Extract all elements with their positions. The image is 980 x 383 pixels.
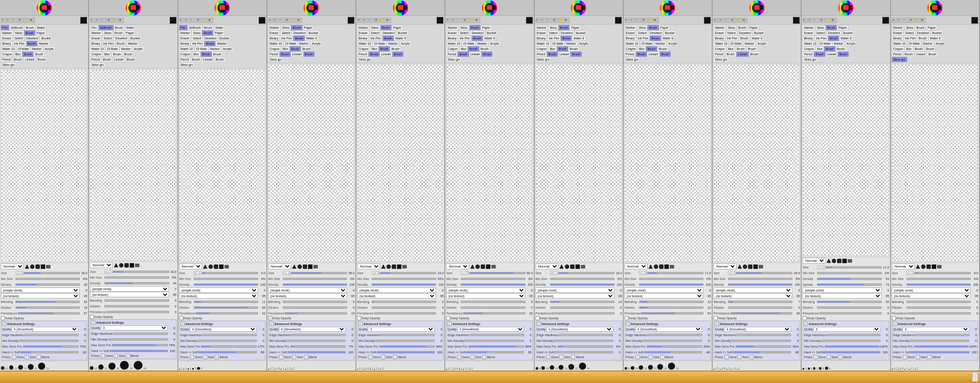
press-size-check[interactable] bbox=[471, 355, 475, 359]
shape-full[interactable] bbox=[397, 264, 401, 269]
shape-full[interactable] bbox=[575, 264, 580, 269]
hand-icon[interactable]: ✋ bbox=[737, 18, 742, 23]
size-dot[interactable] bbox=[90, 366, 93, 370]
tool-inkpen[interactable]: Ink Pen bbox=[547, 36, 560, 41]
brush-circle-select[interactable]: (simple circle) bbox=[1, 287, 80, 293]
tool-marker[interactable]: Marker bbox=[1, 31, 13, 35]
tool-blur[interactable]: Blur bbox=[370, 46, 378, 51]
size-multiplier[interactable]: x1.0 bbox=[372, 271, 379, 275]
size-slider[interactable] bbox=[113, 271, 169, 273]
mode-select-7[interactable]: Normal Multiply Screen bbox=[536, 264, 559, 269]
color-swatch[interactable] bbox=[971, 17, 978, 24]
shape-full[interactable] bbox=[41, 264, 45, 269]
mindensity-slider[interactable] bbox=[464, 340, 524, 342]
tool-brush3[interactable]: Brush bbox=[27, 41, 37, 46]
tool-crayon[interactable]: Crayon bbox=[803, 46, 815, 51]
tool-crayon[interactable]: Crayon bbox=[90, 52, 103, 57]
size-dot[interactable] bbox=[192, 368, 194, 370]
tool-eraser[interactable]: Eraser bbox=[714, 31, 725, 35]
tool-eraser[interactable]: Eraser bbox=[179, 36, 191, 41]
tool-binary[interactable]: Binary bbox=[268, 36, 280, 41]
edgehardness-slider[interactable] bbox=[648, 334, 702, 336]
tool-airbrush[interactable]: AirBrush bbox=[9, 25, 24, 30]
rotate-icon[interactable]: ↺ bbox=[463, 18, 469, 23]
press-dens-check[interactable] bbox=[457, 355, 461, 359]
size-dot[interactable] bbox=[819, 367, 822, 370]
size-slider[interactable] bbox=[826, 266, 882, 268]
tool-lineart[interactable]: Lineart bbox=[469, 52, 481, 57]
zoom-out-icon[interactable]: - bbox=[725, 18, 730, 23]
edgehardness-slider[interactable] bbox=[202, 334, 257, 336]
brush-texture-select[interactable]: (no texture) bbox=[803, 293, 881, 299]
size-dot[interactable] bbox=[120, 361, 129, 370]
tool-paper[interactable]: Paper bbox=[35, 31, 46, 35]
tool-brush3[interactable]: Brush bbox=[204, 41, 215, 46]
tool-marker[interactable]: Marker bbox=[803, 25, 815, 30]
size-dot[interactable] bbox=[9, 365, 14, 370]
dilution-slider[interactable] bbox=[461, 306, 525, 309]
zoom-out-icon[interactable]: - bbox=[814, 18, 819, 23]
tool-brush2[interactable]: Brush bbox=[293, 36, 304, 41]
shape-full[interactable] bbox=[932, 264, 936, 269]
tool-crayon[interactable]: Crayon bbox=[179, 52, 192, 57]
tool-marker3[interactable]: Marker bbox=[120, 46, 132, 51]
tool-brush5[interactable]: Brush bbox=[814, 52, 825, 57]
move-icon[interactable]: ⊹ bbox=[268, 18, 274, 23]
edgehardness-slider[interactable] bbox=[113, 333, 168, 335]
tool-brush4[interactable]: Brush bbox=[112, 52, 122, 57]
dilution-slider[interactable] bbox=[639, 306, 703, 309]
tool-brush3[interactable]: Brush bbox=[379, 46, 390, 51]
tool-inkpen[interactable]: Ink Pen bbox=[904, 36, 917, 41]
persistence-slider[interactable] bbox=[908, 312, 971, 314]
hardsoft-slider[interactable] bbox=[733, 351, 791, 353]
brush-texture-select[interactable]: (no texture) bbox=[714, 293, 792, 299]
tool-water9[interactable]: Water 9 bbox=[394, 36, 407, 41]
zoom-in-icon[interactable]: + bbox=[96, 18, 101, 23]
press-blend-check[interactable] bbox=[927, 355, 931, 359]
tool-deselect[interactable]: Deselect bbox=[648, 31, 663, 35]
shape-sq[interactable] bbox=[748, 264, 752, 269]
tool-brush6[interactable]: Brush bbox=[393, 52, 403, 57]
tool-bucket[interactable]: Bucket bbox=[931, 31, 943, 35]
tool-brush5[interactable]: Brush bbox=[636, 52, 647, 57]
eyedrop-icon[interactable]: ⊘ bbox=[208, 18, 213, 23]
hardsoft-slider[interactable] bbox=[644, 351, 702, 353]
size-dot[interactable] bbox=[285, 369, 286, 370]
tool-marker2[interactable]: Marker bbox=[38, 41, 50, 46]
tool-marker[interactable]: Marker bbox=[892, 25, 904, 30]
edgehardness-slider[interactable] bbox=[470, 334, 524, 336]
keep-opacity-check[interactable] bbox=[625, 316, 629, 320]
brush-texture-select[interactable]: (no texture) bbox=[536, 293, 614, 299]
tool-eraser[interactable]: Eraser bbox=[357, 31, 369, 35]
quality-select[interactable]: 4 (Smoothest) bbox=[12, 327, 78, 332]
tool-marker2[interactable]: Marker bbox=[216, 41, 228, 46]
mindensity-slider[interactable] bbox=[197, 340, 257, 342]
quality-select[interactable]: 4 (Smoothest) bbox=[546, 327, 613, 332]
tool-select[interactable]: Select bbox=[191, 36, 202, 41]
tool-brush6[interactable]: Brush bbox=[571, 52, 581, 57]
density-slider[interactable] bbox=[907, 283, 971, 286]
press-blend-check[interactable] bbox=[571, 355, 575, 359]
tool-brush[interactable]: Brush bbox=[114, 25, 124, 30]
size-dot[interactable] bbox=[459, 369, 460, 370]
tool-brush6[interactable]: Brush bbox=[304, 52, 314, 57]
shape-half[interactable] bbox=[135, 264, 139, 267]
blending-slider[interactable] bbox=[283, 301, 347, 303]
tool-marker[interactable]: Marker bbox=[714, 25, 726, 30]
tool-lineart[interactable]: Lineart bbox=[113, 57, 125, 62]
adv-check[interactable] bbox=[2, 322, 6, 326]
size-multiplier[interactable]: x1.0 bbox=[461, 271, 468, 275]
tool-acrylic[interactable]: Acrylic bbox=[667, 41, 679, 46]
shape-half[interactable] bbox=[937, 265, 941, 268]
size-dot[interactable] bbox=[668, 363, 675, 370]
press-blend-check[interactable] bbox=[215, 355, 219, 359]
adv-check[interactable] bbox=[893, 322, 897, 326]
tool-binary[interactable]: Binary bbox=[446, 36, 458, 41]
size-dot[interactable] bbox=[380, 369, 381, 370]
maxdens-slider[interactable] bbox=[112, 344, 167, 346]
zoom-in-icon[interactable]: + bbox=[452, 18, 457, 23]
tool-crayon[interactable]: Crayon bbox=[892, 46, 905, 51]
tool-pencil[interactable]: Pencil bbox=[803, 52, 814, 57]
shape-tri[interactable] bbox=[737, 264, 742, 269]
tool-blur[interactable]: Blur bbox=[103, 52, 111, 57]
